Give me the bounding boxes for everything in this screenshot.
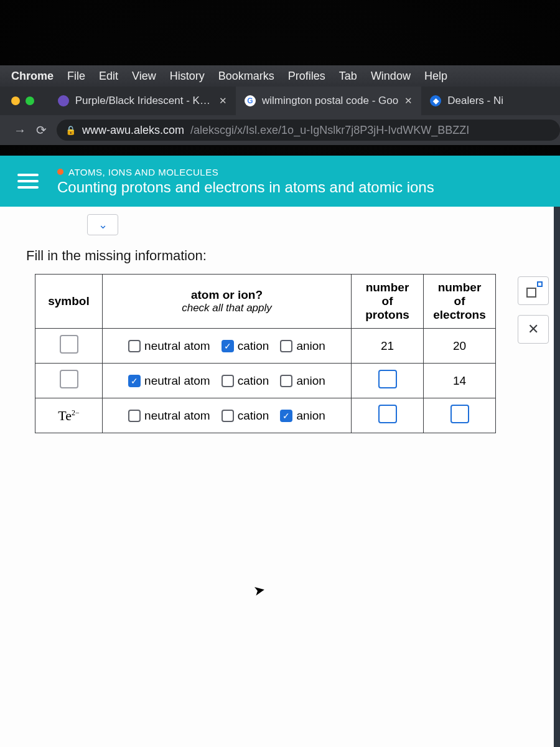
header-protons: number of protons xyxy=(352,275,424,329)
lesson-title: Counting protons and electrons in atoms … xyxy=(57,179,434,196)
anion-checkbox[interactable]: ✓ xyxy=(280,410,292,422)
tab-title: Purple/Black Iridescent - KPM xyxy=(75,95,213,107)
table-row: neutral atom ✓cation anion 21 20 xyxy=(35,329,496,364)
menu-tab[interactable]: Tab xyxy=(339,70,357,83)
favicon-icon: ◆ xyxy=(430,95,441,106)
cation-checkbox[interactable] xyxy=(222,375,234,387)
checkbox-label: neutral atom xyxy=(144,374,210,388)
browser-toolbar: → ⟳ 🔒 www-awu.aleks.com/alekscgi/x/Isl.e… xyxy=(0,115,560,145)
anion-checkbox[interactable] xyxy=(280,375,292,387)
minimize-button[interactable] xyxy=(11,96,20,105)
question-prompt: Fill in the missing information: xyxy=(26,248,207,264)
checkbox-label: anion xyxy=(296,374,325,388)
url-host: www-awu.aleks.com xyxy=(82,124,184,137)
menu-window[interactable]: Window xyxy=(371,70,411,83)
checkbox-label: cation xyxy=(238,409,269,423)
tab-title: Dealers - Ni xyxy=(447,95,503,107)
lock-icon: 🔒 xyxy=(65,125,76,135)
menu-file[interactable]: File xyxy=(67,70,85,83)
menu-bookmarks[interactable]: Bookmarks xyxy=(218,70,274,83)
chevron-down-icon: ⌄ xyxy=(98,218,108,232)
menu-profiles[interactable]: Profiles xyxy=(288,70,325,83)
cation-checkbox[interactable]: ✓ xyxy=(222,340,234,352)
forward-button[interactable]: → xyxy=(14,123,26,138)
browser-tab[interactable]: G wilmington postal code - Goo ✕ xyxy=(236,87,421,115)
cation-checkbox[interactable] xyxy=(222,410,234,422)
protons-input[interactable] xyxy=(378,370,397,388)
table-row: ✓neutral atom cation anion 14 xyxy=(35,364,496,398)
ion-table: symbol atom or ion? check all that apply… xyxy=(35,274,496,433)
checkbox-label: anion xyxy=(296,339,325,353)
checkbox-label: anion xyxy=(296,409,325,423)
favicon-icon xyxy=(58,95,69,106)
electrons-input[interactable] xyxy=(450,405,469,423)
address-bar[interactable]: 🔒 www-awu.aleks.com/alekscgi/x/Isl.exe/1… xyxy=(57,120,560,141)
collapse-toggle[interactable]: ⌄ xyxy=(87,214,118,235)
browser-tab[interactable]: Purple/Black Iridescent - KPM ✕ xyxy=(49,87,236,115)
electrons-value: 20 xyxy=(424,329,496,364)
reset-button[interactable]: ✕ xyxy=(518,315,549,344)
symbol-input[interactable] xyxy=(60,370,78,388)
protons-input[interactable] xyxy=(378,405,397,423)
neutral-checkbox[interactable] xyxy=(128,410,141,422)
menu-history[interactable]: History xyxy=(170,70,205,83)
table-row: Te2− neutral atom cation ✓anion xyxy=(35,398,496,433)
checkbox-label: cation xyxy=(238,374,269,388)
tab-title: wilmington postal code - Goo xyxy=(262,95,398,107)
bullet-icon xyxy=(57,169,63,175)
menu-edit[interactable]: Edit xyxy=(99,70,118,83)
mac-menu-bar[interactable]: Chrome File Edit View History Bookmarks … xyxy=(0,65,560,87)
favicon-icon: G xyxy=(245,95,256,106)
header-atom-or-ion: atom or ion? check all that apply xyxy=(103,275,352,329)
right-panel-edge xyxy=(554,207,560,747)
menu-icon[interactable] xyxy=(17,174,39,189)
symbol-cell: Te2− xyxy=(35,398,103,433)
neutral-checkbox[interactable] xyxy=(128,340,141,352)
close-icon: ✕ xyxy=(528,321,539,337)
header-electrons: number of electrons xyxy=(424,275,496,329)
symbol-input[interactable] xyxy=(60,335,78,354)
close-tab-icon[interactable]: ✕ xyxy=(404,95,413,106)
checkbox-label: neutral atom xyxy=(144,339,210,353)
checkbox-label: neutral atom xyxy=(144,409,210,423)
electrons-value: 14 xyxy=(424,364,496,398)
reload-button[interactable]: ⟳ xyxy=(36,123,47,138)
superscript-tool-button[interactable] xyxy=(518,276,549,305)
protons-value: 21 xyxy=(352,329,424,364)
superscript-icon xyxy=(526,284,540,298)
window-traffic-lights[interactable] xyxy=(11,96,34,105)
close-tab-icon[interactable]: ✕ xyxy=(219,95,227,106)
checkbox-label: cation xyxy=(238,339,269,353)
menu-chrome[interactable]: Chrome xyxy=(11,70,54,83)
url-path: /alekscgi/x/Isl.exe/1o_u-IgNslkr7j8P3jH-… xyxy=(190,124,469,137)
content-area: ⌄ Fill in the missing information: symbo… xyxy=(0,207,560,747)
zoom-button[interactable] xyxy=(26,96,34,105)
header-symbol: symbol xyxy=(35,275,103,329)
menu-view[interactable]: View xyxy=(132,70,156,83)
neutral-checkbox[interactable]: ✓ xyxy=(128,375,141,387)
anion-checkbox[interactable] xyxy=(280,340,292,352)
lesson-category: ATOMS, IONS AND MOLECULES xyxy=(57,167,434,177)
browser-tab[interactable]: ◆ Dealers - Ni xyxy=(421,87,503,115)
lesson-header: ATOMS, IONS AND MOLECULES Counting proto… xyxy=(0,156,560,207)
browser-tab-strip: Purple/Black Iridescent - KPM ✕ G wilmin… xyxy=(0,87,560,115)
menu-help[interactable]: Help xyxy=(424,70,447,83)
